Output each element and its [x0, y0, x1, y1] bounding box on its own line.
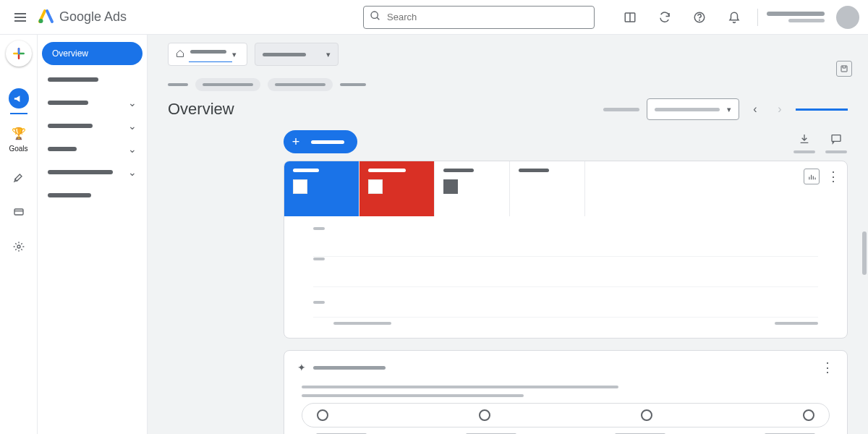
compare-toggle[interactable] [603, 108, 639, 111]
nav-overview[interactable]: Overview [42, 42, 142, 65]
global-search[interactable] [363, 6, 595, 29]
filter-chip[interactable] [268, 78, 333, 91]
page-title-row: Overview ▾ ‹ › [148, 95, 868, 126]
dropdown-icon: ▾ [232, 50, 237, 59]
appearance-button[interactable] [616, 3, 644, 32]
primary-nav-rail: 🏆 Goals [0, 35, 38, 434]
filter-chip-row [148, 74, 868, 95]
chevron-down-icon: ⌄ [128, 166, 137, 178]
x-axis [313, 318, 818, 325]
expand-chart-button[interactable] [804, 169, 820, 184]
product-logo[interactable]: Google Ads [38, 7, 127, 27]
prev-period-button[interactable]: ‹ [746, 101, 764, 118]
hamburger-icon [14, 13, 26, 22]
metric-tab[interactable] [359, 161, 435, 216]
scope-bar: ▾ ▾ [148, 35, 868, 74]
gear-icon [9, 237, 29, 257]
search-icon [370, 10, 381, 25]
secondary-nav: Overview ⌄ ⌄ ⌄ ⌄ [38, 35, 148, 434]
card-menu-button[interactable]: ⋮ [821, 359, 834, 375]
nav-item-expandable[interactable]: ⌄ [38, 161, 147, 184]
radio-option[interactable] [479, 409, 490, 421]
nav-billing[interactable] [0, 195, 38, 229]
nav-item-expandable[interactable]: ⌄ [38, 114, 147, 137]
radio-option[interactable] [317, 409, 328, 421]
megaphone-icon [9, 88, 29, 109]
create-button[interactable] [6, 41, 32, 67]
nav-admin[interactable] [0, 229, 38, 264]
header-actions [616, 3, 859, 32]
feedback-icon [825, 130, 848, 148]
svg-point-1 [371, 12, 378, 18]
feedback-button[interactable] [825, 130, 848, 153]
nav-overview-label: Overview [52, 48, 88, 59]
account-scope-selector[interactable]: ▾ [168, 43, 247, 66]
svg-line-2 [377, 17, 379, 20]
chevron-down-icon: ⌄ [128, 143, 137, 155]
nav-item-expandable[interactable]: ⌄ [38, 91, 147, 114]
plus-icon: + [288, 134, 304, 150]
active-tab-indicator [796, 109, 848, 111]
option-group [302, 403, 830, 427]
filter-label [168, 83, 188, 86]
main-menu-button[interactable] [6, 3, 35, 32]
nav-goals[interactable]: 🏆 Goals [0, 116, 38, 160]
date-range-picker[interactable]: ▾ [647, 98, 739, 120]
metric-tabs [284, 161, 847, 216]
product-name: Google Ads [59, 9, 127, 25]
download-icon [793, 130, 816, 148]
performance-summary-card: ⋮ [284, 161, 848, 339]
next-period-button[interactable]: › [771, 101, 788, 118]
card-icon [9, 202, 29, 222]
sparkle-icon: ✦ [297, 362, 306, 373]
y-axis-tick [313, 301, 325, 304]
add-filter-button[interactable] [340, 83, 366, 86]
refresh-button[interactable] [650, 3, 679, 32]
main-content: ▾ ▾ Overview ▾ ‹ › + [148, 35, 868, 434]
account-name [767, 12, 825, 16]
download-button[interactable] [793, 130, 816, 153]
google-ads-logo-icon [38, 7, 55, 27]
app-header: Google Ads [0, 0, 868, 35]
vertical-scrollbar[interactable] [862, 231, 867, 275]
metric-tab[interactable] [435, 161, 510, 216]
account-switcher[interactable] [767, 12, 825, 22]
trophy-icon: 🏆 [9, 123, 29, 143]
svg-point-13 [17, 245, 20, 248]
card-menu-button[interactable]: ⋮ [827, 169, 840, 184]
nav-goals-label: Goals [9, 145, 27, 153]
account-id [788, 19, 825, 22]
y-axis-tick [313, 258, 325, 260]
notifications-button[interactable] [720, 3, 749, 32]
nav-item[interactable] [38, 68, 147, 91]
campaign-scope-selector[interactable]: ▾ [255, 43, 339, 66]
metric-tab[interactable] [510, 161, 585, 216]
metric-tab[interactable] [284, 161, 359, 216]
option-labels [302, 427, 830, 434]
page-title: Overview [168, 100, 603, 119]
nav-item[interactable] [38, 184, 147, 207]
save-view-button[interactable] [836, 61, 852, 77]
divider [757, 9, 758, 26]
svg-rect-11 [14, 209, 23, 215]
radio-option[interactable] [641, 409, 652, 421]
x-axis-tick [333, 322, 391, 325]
dropdown-icon: ▾ [727, 105, 731, 114]
card-title [313, 366, 386, 370]
metric-value [293, 179, 307, 194]
new-campaign-button[interactable]: + [284, 130, 357, 153]
nav-item-expandable[interactable]: ⌄ [38, 137, 147, 161]
svg-rect-14 [841, 66, 847, 72]
user-avatar[interactable] [836, 6, 859, 29]
help-button[interactable] [685, 3, 714, 32]
card-header: ✦ ⋮ [297, 359, 834, 375]
performance-chart [284, 216, 847, 338]
nav-campaigns[interactable] [0, 81, 38, 116]
filter-chip[interactable] [195, 78, 260, 91]
search-input[interactable] [387, 12, 588, 22]
home-icon [176, 48, 184, 61]
chevron-down-icon: ⌄ [128, 120, 137, 132]
nav-tools[interactable] [0, 160, 38, 195]
radio-option[interactable] [803, 409, 814, 421]
new-button-label [311, 140, 344, 144]
